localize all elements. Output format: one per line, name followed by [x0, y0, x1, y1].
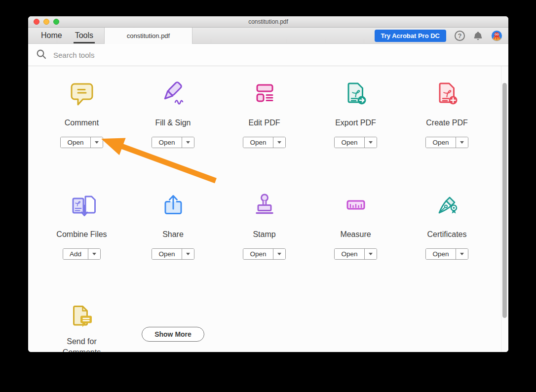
comment-open-button: Open — [60, 137, 103, 148]
certificates-open-main[interactable]: Open — [426, 249, 455, 259]
export-pdf-open-dropdown[interactable] — [364, 137, 377, 148]
certificates-icon — [433, 191, 461, 219]
show-more-cell: Show More — [127, 303, 219, 352]
stamp-icon — [251, 191, 278, 219]
chevron-down-icon — [369, 141, 373, 144]
window-controls — [34, 19, 59, 25]
search-bar — [28, 44, 508, 66]
measure-open-dropdown[interactable] — [364, 249, 377, 259]
scrollbar-thumb[interactable] — [502, 83, 507, 318]
tool-label-export-pdf: Export PDF — [335, 118, 376, 128]
share-open-button: Open — [152, 248, 194, 260]
create-pdf-open-main[interactable]: Open — [426, 137, 455, 148]
tool-label-certificates: Certificates — [427, 229, 466, 240]
tool-tile-share[interactable]: Share Open — [127, 191, 219, 260]
create-pdf-open-button: Open — [425, 137, 468, 148]
account-avatar[interactable] — [491, 30, 502, 41]
tool-label-send-for-comments: Send for Comments — [57, 336, 107, 352]
tool-label-combine-files: Combine Files — [56, 229, 107, 240]
edit-pdf-icon — [251, 79, 278, 107]
tool-tile-comment[interactable]: Comment Open — [36, 79, 127, 148]
share-open-dropdown[interactable] — [182, 249, 194, 259]
zoom-window-button[interactable] — [53, 19, 59, 25]
tab-bar: Home Tools constitution.pdf Try Acrobat … — [28, 28, 508, 44]
tool-tile-measure[interactable]: Measure Open — [310, 191, 401, 260]
tool-tile-export-pdf[interactable]: Export PDF Open — [310, 79, 401, 148]
fill-sign-icon — [159, 79, 187, 107]
help-icon[interactable]: ? — [455, 31, 465, 41]
tool-tile-send-for-comments[interactable]: Send for Comments — [36, 303, 127, 352]
window-title: constitution.pdf — [248, 18, 288, 25]
document-tab[interactable]: constitution.pdf — [104, 28, 192, 44]
chevron-down-icon — [186, 141, 190, 144]
export-pdf-open-button: Open — [334, 137, 377, 148]
tool-tile-fill-sign[interactable]: Fill & Sign Open — [127, 79, 219, 148]
tool-label-create-pdf: Create PDF — [426, 118, 467, 128]
chevron-down-icon — [277, 253, 281, 255]
try-acrobat-pro-button[interactable]: Try Acrobat Pro DC — [375, 30, 446, 42]
export-pdf-icon — [342, 79, 370, 107]
tool-label-comment: Comment — [65, 118, 99, 128]
share-open-main[interactable]: Open — [152, 249, 181, 259]
stamp-open-main[interactable]: Open — [243, 249, 272, 259]
chevron-down-icon — [92, 253, 96, 255]
close-window-button[interactable] — [34, 19, 39, 25]
edit-pdf-open-button: Open — [243, 137, 285, 148]
create-pdf-open-dropdown[interactable] — [456, 137, 468, 148]
tools-grid: Comment Open Fill & Sign — [28, 66, 508, 352]
chevron-down-icon — [460, 253, 464, 255]
tool-label-measure: Measure — [340, 229, 371, 240]
notifications-bell-icon[interactable] — [473, 31, 483, 41]
create-pdf-icon — [433, 79, 461, 107]
comment-icon — [68, 79, 96, 107]
tool-label-stamp: Stamp — [253, 229, 275, 240]
acrobat-window: constitution.pdf Home Tools constitution… — [28, 16, 508, 352]
combine-files-add-button: Add — [63, 248, 101, 260]
tab-home[interactable]: Home — [35, 28, 69, 43]
tool-tile-create-pdf[interactable]: Create PDF Open — [401, 79, 493, 148]
send-for-comments-icon — [68, 303, 96, 330]
search-icon — [36, 49, 46, 61]
comment-open-dropdown[interactable] — [90, 137, 103, 148]
fill-sign-open-dropdown[interactable] — [182, 137, 194, 148]
fill-sign-open-main[interactable]: Open — [152, 137, 181, 148]
share-icon — [159, 191, 187, 219]
chevron-down-icon — [277, 141, 281, 144]
measure-icon — [342, 191, 370, 219]
titlebar: constitution.pdf — [28, 16, 508, 28]
measure-open-main[interactable]: Open — [335, 249, 364, 259]
edit-pdf-open-dropdown[interactable] — [273, 137, 285, 148]
tool-tile-edit-pdf[interactable]: Edit PDF Open — [219, 79, 310, 148]
fill-sign-open-button: Open — [152, 137, 194, 148]
tab-tools[interactable]: Tools — [69, 28, 100, 43]
stamp-open-dropdown[interactable] — [273, 249, 285, 259]
export-pdf-open-main[interactable]: Open — [335, 137, 364, 148]
stamp-open-button: Open — [243, 248, 285, 260]
tool-tile-combine-files[interactable]: Combine Files Add — [36, 191, 127, 260]
minimize-window-button[interactable] — [43, 19, 49, 25]
tool-label-fill-sign: Fill & Sign — [155, 118, 191, 128]
tool-tile-certificates[interactable]: Certificates Open — [401, 191, 493, 260]
chevron-down-icon — [460, 141, 464, 144]
certificates-open-button: Open — [425, 248, 468, 260]
certificates-open-dropdown[interactable] — [456, 249, 468, 259]
tool-label-share: Share — [162, 229, 184, 240]
chevron-down-icon — [95, 141, 99, 144]
scrollbar-track[interactable] — [501, 66, 508, 352]
show-more-button[interactable]: Show More — [142, 327, 204, 342]
tool-label-edit-pdf: Edit PDF — [248, 118, 280, 128]
comment-open-main[interactable]: Open — [61, 137, 90, 148]
measure-open-button: Open — [334, 248, 377, 260]
search-input[interactable] — [52, 50, 252, 60]
chevron-down-icon — [369, 253, 373, 255]
combine-files-icon — [68, 191, 96, 219]
tool-tile-stamp[interactable]: Stamp Open — [219, 191, 310, 260]
edit-pdf-open-main[interactable]: Open — [243, 137, 272, 148]
combine-files-add-main[interactable]: Add — [63, 249, 88, 259]
combine-files-add-dropdown[interactable] — [88, 249, 100, 259]
chevron-down-icon — [186, 253, 190, 255]
